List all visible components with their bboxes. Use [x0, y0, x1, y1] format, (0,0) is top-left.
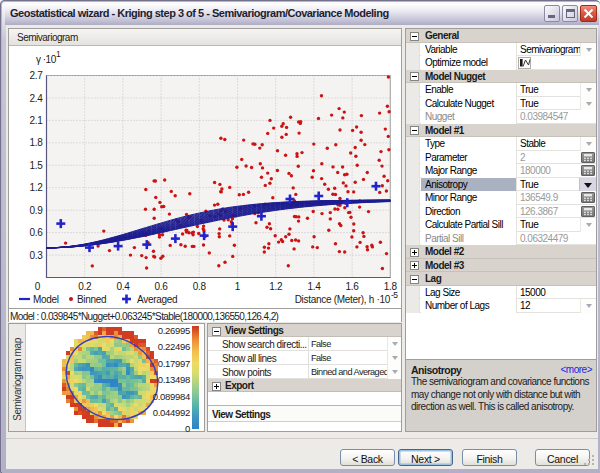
svg-text:Model: Model — [33, 294, 59, 305]
svg-text:1.8: 1.8 — [29, 137, 43, 148]
svg-text:γ ·10: γ ·10 — [36, 54, 57, 65]
svg-text:Binned: Binned — [77, 294, 106, 305]
svg-text:0.8: 0.8 — [193, 281, 207, 292]
svg-text:1: 1 — [56, 49, 61, 59]
svg-text:0.4: 0.4 — [116, 281, 130, 292]
svg-text:1.6: 1.6 — [346, 281, 360, 292]
svg-text:2.7: 2.7 — [29, 70, 43, 81]
svg-text:0.3: 0.3 — [29, 250, 43, 261]
svg-text:Averaged: Averaged — [137, 294, 177, 305]
svg-text:1.4: 1.4 — [307, 281, 321, 292]
svg-text:2.1: 2.1 — [29, 115, 43, 126]
svg-text:1.5: 1.5 — [29, 160, 43, 171]
svg-text:0: 0 — [35, 281, 41, 292]
svg-text:2.4: 2.4 — [29, 93, 43, 104]
svg-text:0.6: 0.6 — [29, 227, 43, 238]
svg-text:0.6: 0.6 — [155, 281, 169, 292]
svg-text:1: 1 — [235, 281, 241, 292]
svg-text:1.2: 1.2 — [269, 281, 283, 292]
svg-text:0.2: 0.2 — [78, 281, 92, 292]
svg-text:1.2: 1.2 — [29, 182, 43, 193]
svg-text:Distance (Meter), h ·10: Distance (Meter), h ·10 — [295, 294, 391, 305]
svg-text:0.9: 0.9 — [29, 205, 43, 216]
svg-text:-5: -5 — [391, 290, 398, 300]
